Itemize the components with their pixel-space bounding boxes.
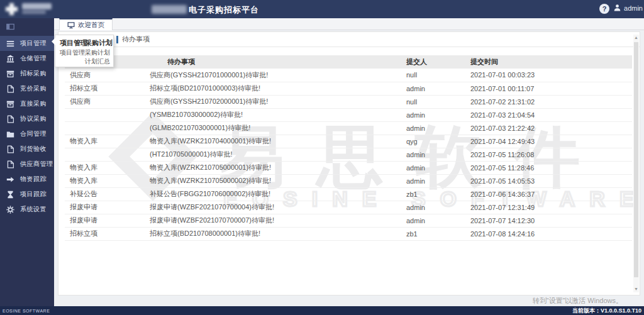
- top-header: 电子采购招标平台 ? admin: [0, 0, 644, 18]
- submitter-cell: admin: [401, 148, 465, 161]
- hourglass-icon: [6, 191, 14, 199]
- doc-icon: [6, 160, 14, 169]
- page-title: 电子采购招标平台: [189, 4, 259, 16]
- todo-category-cell: 招标立项: [65, 227, 145, 240]
- todo-category-cell: 供应商: [65, 95, 145, 108]
- section-header-bar: [116, 36, 118, 43]
- archive-icon: [6, 70, 14, 78]
- menu-icon: [6, 40, 14, 48]
- section-title: 待办事项: [122, 35, 150, 44]
- dropdown-menu-item[interactable]: 采购计划: [85, 48, 113, 57]
- submitter-cell: admin: [401, 82, 465, 95]
- todo-category-cell: [65, 121, 145, 135]
- todo-item-cell: 报废申请(WZBF2021070700004)待审批!: [145, 201, 401, 214]
- scrollbar-thumb[interactable]: [634, 42, 638, 277]
- monitor-icon: [67, 21, 75, 29]
- panel-scrollbar[interactable]: ▲ ▼: [633, 35, 639, 292]
- submitter-cell: null: [401, 95, 465, 108]
- sidebar-item-7[interactable]: 到货验收: [0, 141, 54, 157]
- table-row[interactable]: 招标立项招标立项(BD210701000003)待审批!admin2021-07…: [65, 82, 632, 95]
- sidebar-item-5[interactable]: 协议采购: [0, 111, 54, 126]
- project-management-dropdown: 项目管理项目管理采购计划采购计划计划汇总: [55, 35, 114, 67]
- sidebar-item-9[interactable]: 物资跟踪: [0, 172, 54, 187]
- doc-icon: [6, 145, 14, 153]
- submit-time-cell: 2021-07-03 21:04:54: [465, 108, 632, 121]
- dropdown-menu-item[interactable]: 项目管理: [60, 48, 84, 57]
- todo-category-cell: 补疑公告: [65, 187, 145, 201]
- col-todo-item: 待办事项: [145, 55, 401, 69]
- main-area: 欢迎首页 易思软件 EOSINE SOFTWARE 待办事项 待办事项 提交人 …: [54, 18, 644, 306]
- submitter-cell: admin: [401, 108, 465, 121]
- dropdown-menu-item[interactable]: 计划汇总: [85, 57, 113, 66]
- submit-time-cell: 2021-07-07 14:12:30: [465, 214, 632, 227]
- todo-category-cell: 物资入库: [65, 135, 145, 148]
- table-row[interactable]: 报废申请报废申请(WZBF2021070700004)待审批!admin2021…: [65, 201, 632, 214]
- todo-item-cell: 物资入库(WZRK210705000002)待审批!: [145, 174, 401, 187]
- todo-category-cell: 物资入库: [65, 174, 145, 187]
- todo-item-cell: 供应商(GYSSH210701000001)待审批!: [145, 69, 401, 82]
- sidebar-item-8[interactable]: 供应商管理: [0, 157, 54, 172]
- table-row[interactable]: 物资入库物资入库(WZRK210705000002)待审批!admin2021-…: [65, 174, 632, 187]
- bank-icon: [6, 55, 14, 63]
- submitter-cell: admin: [401, 174, 465, 187]
- sidebar-item-10[interactable]: 项目跟踪: [0, 187, 54, 202]
- section-header: 待办事项: [58, 32, 640, 47]
- table-row[interactable]: 物资入库物资入库(WZRK210704000001)待审批!qyg2021-07…: [65, 135, 632, 148]
- tab-label: 欢迎首页: [78, 21, 104, 30]
- table-row[interactable]: (HT210705000001)待审批!admin2021-07-05 11:2…: [65, 148, 632, 161]
- submit-time-cell: 2021-07-04 12:49:43: [465, 135, 632, 148]
- doc-icon: [6, 115, 14, 123]
- sidebar-item-label: 到货验收: [20, 145, 47, 153]
- submitter-cell: qyg: [401, 135, 465, 148]
- submitter-cell: admin: [401, 121, 465, 135]
- submit-time-cell: 2021-07-08 14:24:16: [465, 227, 632, 240]
- todo-category-cell: 招标立项: [65, 82, 145, 95]
- submit-time-cell: 2021-07-05 14:05:53: [465, 174, 632, 187]
- dropdown-group-header: 采购计划: [85, 38, 113, 48]
- sidebar-item-3[interactable]: 竞价采购: [0, 81, 54, 96]
- scroll-up-icon[interactable]: ▲: [633, 35, 639, 41]
- todo-category-cell: 报废申请: [65, 201, 145, 214]
- collapse-sidebar-icon[interactable]: [0, 20, 54, 33]
- submit-time-cell: 2021-07-06 14:36:37: [465, 187, 632, 201]
- table-row[interactable]: (YSMB210703000002)待审批!admin2021-07-03 21…: [65, 108, 632, 121]
- scroll-down-icon[interactable]: ▼: [633, 286, 639, 292]
- sidebar-item-0[interactable]: 项目管理: [0, 36, 54, 51]
- table-row[interactable]: 报废申请报废申请(WZBF2021070700007)待审批!admin2021…: [65, 214, 632, 227]
- sidebar-item-6[interactable]: 合同管理: [0, 126, 54, 141]
- table-row[interactable]: 供应商供应商(GYSSH210702000001)待审批!null2021-07…: [65, 95, 632, 108]
- user-menu[interactable]: admin: [613, 4, 644, 12]
- sidebar: 项目管理仓储管理招标采购竞价采购直接采购协议采购合同管理到货验收供应商管理物资跟…: [0, 18, 54, 306]
- tab-welcome-home[interactable]: 欢迎首页: [59, 18, 113, 30]
- redacted-title-prefix: [152, 5, 187, 14]
- table-row[interactable]: 补疑公告补疑公告(FBGG210706000002)待审批!zb12021-07…: [65, 187, 632, 201]
- table-row[interactable]: 招标立项招标立项(BD210708000001)待审批!zb12021-07-0…: [65, 227, 632, 240]
- sidebar-item-2[interactable]: 招标采购: [0, 66, 54, 81]
- table-row[interactable]: (GLMB20210703000001)待审批!admin2021-07-03 …: [65, 121, 632, 135]
- sidebar-item-label: 系统设置: [20, 205, 47, 214]
- submit-time-cell: 2021-07-01 00:11:07: [465, 82, 632, 95]
- table-row[interactable]: 物资入库物资入库(WZRK210705000001)待审批!admin2021-…: [65, 161, 632, 174]
- table-header-row: 待办事项 提交人 提交时间: [65, 55, 632, 69]
- sidebar-item-label: 仓储管理: [20, 54, 47, 63]
- sidebar-item-11[interactable]: 系统设置: [0, 202, 54, 217]
- user-name: admin: [624, 4, 643, 12]
- help-icon[interactable]: ?: [599, 4, 609, 14]
- redacted-logo: [6, 3, 18, 15]
- col-submitter: 提交人: [401, 55, 465, 69]
- submitter-cell: zb1: [401, 187, 465, 201]
- dropdown-notch: [52, 38, 55, 45]
- sidebar-item-label: 供应商管理: [20, 160, 53, 169]
- sidebar-item-label: 直接采购: [20, 99, 47, 108]
- sidebar-item-label: 物资跟踪: [20, 175, 47, 184]
- sidebar-item-1[interactable]: 仓储管理: [0, 51, 54, 66]
- todo-item-cell: 招标立项(BD210701000003)待审批!: [145, 82, 401, 95]
- windows-activation-watermark: 转到“设置”以激活 Windows。: [533, 296, 623, 306]
- user-icon: [613, 4, 621, 12]
- todo-item-cell: (GLMB20210703000001)待审批!: [145, 121, 401, 135]
- table-row[interactable]: 供应商供应商(GYSSH210701000001)待审批!null2021-07…: [65, 69, 632, 82]
- submitter-cell: admin: [401, 214, 465, 227]
- sidebar-item-4[interactable]: 直接采购: [0, 96, 54, 111]
- dropdown-column-0: 项目管理项目管理: [60, 38, 84, 57]
- todo-item-cell: (YSMB210703000002)待审批!: [145, 108, 401, 121]
